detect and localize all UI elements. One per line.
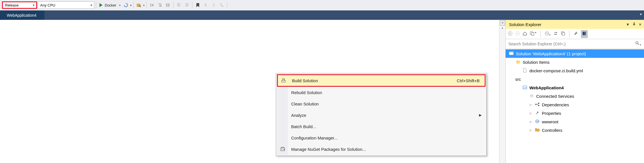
indent-button[interactable]: [183, 1, 190, 9]
solution-explorer-panel: Solution Explorer ▼ ✕ ▾ ▾ ▾: [505, 20, 644, 163]
menu-rebuild-solution[interactable]: Rebuild Solution: [277, 87, 486, 98]
step-icon: [166, 3, 170, 7]
solution-items-node[interactable]: 📁 Solution Items: [506, 58, 644, 66]
folder-icon: 📁: [515, 60, 521, 64]
home-button[interactable]: [523, 31, 527, 37]
nuget-icon: [279, 146, 286, 152]
menu-item-label: Batch Build...: [291, 124, 316, 129]
editor-scrollbar[interactable]: ✧ ▴: [499, 20, 505, 163]
close-panel-button[interactable]: ✕: [639, 22, 642, 27]
node-label: Dependencies: [542, 102, 569, 107]
panel-title: Solution Explorer: [509, 22, 541, 27]
menu-batch-build[interactable]: Batch Build...: [277, 121, 486, 132]
show-all-icon: [582, 31, 587, 36]
find-in-files-button[interactable]: [135, 1, 143, 9]
src-folder-node[interactable]: src: [506, 75, 644, 83]
tab-overflow-button[interactable]: ▼: [639, 13, 642, 16]
platform-dropdown[interactable]: Any CPU ▼: [38, 1, 94, 9]
separator: [96, 2, 96, 9]
svg-line-23: [638, 44, 639, 45]
home-icon: [523, 31, 527, 36]
folder-icon: [534, 128, 540, 132]
split-toggle-icon[interactable]: ✧: [500, 20, 505, 26]
expand-icon[interactable]: ▷: [529, 112, 533, 115]
sync-active-doc-button[interactable]: ▾: [530, 31, 536, 37]
scroll-up-icon[interactable]: ▴: [500, 26, 505, 31]
svg-point-10: [282, 78, 283, 79]
menu-item-label: Clean Solution: [291, 101, 319, 106]
csproj-icon: C#: [522, 85, 528, 90]
solution-root-node[interactable]: Solution 'WebApplication4' (1 project): [506, 49, 644, 58]
pending-changes-button[interactable]: ▾: [545, 31, 551, 37]
tab-label: WebApplication4: [7, 13, 37, 18]
chevron-down-icon: ▾: [119, 4, 121, 7]
menu-analyze[interactable]: Analyze ▶: [277, 109, 486, 121]
connected-icon: [529, 94, 534, 99]
window-position-button[interactable]: ▼: [626, 22, 630, 27]
svg-rect-31: [538, 103, 539, 104]
separator: [173, 2, 173, 9]
svg-rect-5: [158, 3, 162, 4]
svg-rect-19: [562, 33, 565, 35]
menu-configuration-manager[interactable]: Configuration Manager...: [277, 132, 486, 143]
properties-button[interactable]: [574, 31, 578, 37]
docker-yml-node[interactable]: docker-compose.ci.build.yml: [506, 66, 644, 75]
wrench-icon: [574, 31, 578, 36]
expand-icon[interactable]: ▷: [529, 129, 533, 132]
auto-hide-button[interactable]: [632, 22, 636, 27]
properties-node[interactable]: ▷ Properties: [506, 109, 644, 117]
menu-clean-solution[interactable]: Clean Solution: [277, 98, 486, 109]
menu-item-label: Analyze: [291, 113, 306, 118]
svg-rect-16: [532, 33, 534, 35]
menu-manage-nuget[interactable]: Manage NuGet Packages for Solution...: [277, 143, 486, 155]
globe-icon: [534, 119, 540, 124]
svg-point-14: [516, 31, 520, 35]
connected-services-node[interactable]: Connected Services: [506, 92, 644, 100]
node-label: src: [515, 77, 521, 82]
refresh-tree-button[interactable]: [553, 31, 558, 37]
prev-bookmark-button[interactable]: [202, 1, 209, 9]
nav-forward-button[interactable]: [515, 31, 520, 37]
step-backward-button[interactable]: [148, 1, 156, 9]
step-over-button[interactable]: [164, 1, 171, 9]
svg-point-29: [532, 95, 533, 95]
search-input[interactable]: [508, 42, 633, 46]
project-node[interactable]: C# WebApplication4: [506, 83, 644, 92]
build-icon: [280, 78, 287, 84]
start-debugging-button[interactable]: Docker ▾: [98, 1, 122, 9]
configuration-dropdown[interactable]: Release ▼: [2, 1, 37, 9]
separator: [227, 2, 227, 9]
next-bookmark-button[interactable]: [210, 1, 217, 9]
svg-rect-3: [150, 3, 151, 7]
chevron-down-icon: ▾: [130, 4, 132, 7]
controllers-node[interactable]: ▷ Controllers: [506, 126, 644, 134]
svg-rect-6: [159, 5, 162, 7]
step-into-button[interactable]: [156, 1, 164, 9]
outdent-button[interactable]: [175, 1, 183, 9]
indent-icon: [184, 3, 189, 7]
nav-back-button[interactable]: [508, 31, 512, 37]
solution-search-box[interactable]: ▾: [506, 39, 644, 49]
document-tab[interactable]: WebApplication4: [0, 10, 44, 20]
menu-build-solution[interactable]: Build Solution Ctrl+Shift+B: [277, 74, 486, 87]
clear-bookmarks-button[interactable]: [218, 1, 225, 9]
expand-icon[interactable]: ▷: [529, 103, 533, 106]
menu-item-label: Configuration Manager...: [291, 136, 338, 140]
refresh-button[interactable]: [122, 1, 130, 9]
play-icon: [99, 3, 103, 7]
solution-explorer-title-bar[interactable]: Solution Explorer ▼ ✕: [506, 20, 644, 29]
svg-point-13: [508, 31, 512, 35]
menu-item-label: Build Solution: [292, 78, 318, 83]
bookmark-button[interactable]: [194, 1, 201, 9]
separator: [133, 2, 134, 9]
expand-icon[interactable]: ▷: [529, 120, 533, 123]
svg-rect-32: [538, 105, 539, 106]
wwwroot-node[interactable]: ▷ wwwroot: [506, 117, 644, 126]
collapse-all-button[interactable]: [561, 31, 565, 37]
dependencies-node[interactable]: ▷ Dependencies: [506, 100, 644, 109]
svg-rect-25: [509, 52, 513, 53]
show-all-files-button[interactable]: [581, 30, 588, 38]
arrow-icon: [203, 3, 208, 7]
run-target-label: Docker: [105, 3, 116, 7]
node-label: Properties: [542, 111, 561, 116]
